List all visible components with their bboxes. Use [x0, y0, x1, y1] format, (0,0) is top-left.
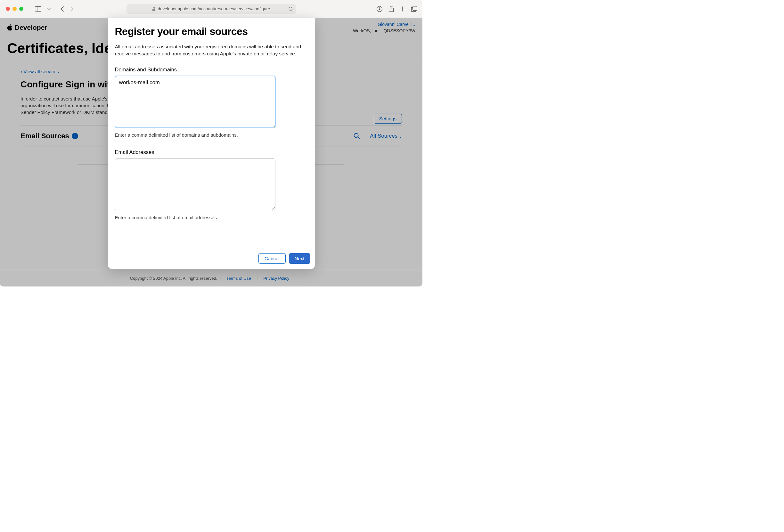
domains-hint: Enter a comma delimited list of domains … — [115, 132, 308, 138]
copyright-text: Copyright © 2024 Apple Inc. All rights r… — [130, 276, 218, 281]
reload-icon — [288, 6, 293, 11]
brand-text: Developer — [15, 24, 48, 31]
search-icon — [353, 132, 360, 140]
modal-description: All email addresses associated with your… — [115, 43, 308, 58]
register-email-sources-modal: Register your email sources All email ad… — [108, 18, 315, 269]
forward-button[interactable] — [70, 6, 74, 12]
svg-rect-2 — [152, 9, 155, 11]
cancel-button[interactable]: Cancel — [258, 253, 286, 264]
account-info: Giovanni Carvelli ⌄ WorkOS, Inc. - QDSES… — [353, 22, 415, 33]
email-sources-heading: Email Sources — [21, 132, 78, 140]
url-text: developer.apple.com/account/resources/se… — [158, 6, 270, 11]
account-org-text: WorkOS, Inc. - QDSESQPY3W — [353, 28, 415, 33]
plus-icon — [400, 6, 405, 12]
share-button[interactable] — [389, 5, 394, 12]
next-button[interactable]: Next — [289, 253, 310, 264]
tabs-icon — [411, 6, 417, 12]
filter-dropdown[interactable]: All Sources ⌄ — [370, 133, 402, 139]
downloads-button[interactable] — [376, 6, 383, 12]
reload-button[interactable] — [288, 6, 293, 11]
page-content: Developer Giovanni Carvelli ⌄ WorkOS, In… — [0, 18, 422, 287]
emails-label: Email Addresses — [115, 149, 308, 155]
emails-textarea[interactable] — [115, 158, 275, 210]
tab-overview-button[interactable] — [411, 6, 417, 12]
new-tab-button[interactable] — [400, 6, 405, 12]
address-bar[interactable]: developer.apple.com/account/resources/se… — [127, 4, 296, 14]
terms-link[interactable]: Terms of Use — [226, 276, 251, 281]
add-email-source-button[interactable] — [72, 133, 78, 139]
back-button[interactable] — [60, 6, 64, 12]
download-icon — [376, 6, 383, 12]
sidebar-icon — [35, 6, 41, 11]
domains-textarea[interactable] — [115, 76, 275, 128]
modal-title: Register your email sources — [115, 26, 308, 37]
chevron-down-icon — [48, 8, 51, 10]
chevron-down-icon: ⌄ — [399, 135, 402, 138]
zoom-window-button[interactable] — [19, 7, 23, 11]
svg-line-6 — [358, 137, 360, 139]
browser-toolbar: developer.apple.com/account/resources/se… — [0, 0, 422, 18]
apple-icon — [7, 24, 13, 31]
settings-button[interactable]: Settings — [374, 114, 402, 123]
apple-developer-logo[interactable]: Developer — [7, 24, 48, 31]
svg-rect-0 — [35, 6, 41, 11]
share-icon — [389, 5, 394, 12]
emails-hint: Enter a comma delimited list of email ad… — [115, 215, 308, 220]
sidebar-menu-button[interactable] — [45, 4, 54, 13]
sidebar-toggle-button[interactable] — [34, 4, 43, 13]
svg-rect-4 — [413, 6, 417, 10]
chevron-left-icon: ‹ — [21, 69, 22, 74]
footer: Copyright © 2024 Apple Inc. All rights r… — [0, 270, 422, 287]
account-name-dropdown[interactable]: Giovanni Carvelli ⌄ — [353, 22, 415, 27]
privacy-link[interactable]: Privacy Policy — [263, 276, 289, 281]
window-controls — [6, 7, 23, 11]
close-window-button[interactable] — [6, 7, 10, 11]
minimize-window-button[interactable] — [12, 7, 17, 11]
chevron-down-icon: ⌄ — [413, 23, 415, 27]
chevron-left-icon — [60, 6, 64, 12]
modal-footer: Cancel Next — [108, 248, 315, 269]
search-button[interactable] — [353, 132, 360, 140]
chevron-right-icon — [70, 6, 74, 12]
domains-label: Domains and Subdomains — [115, 66, 308, 73]
lock-icon — [152, 7, 156, 11]
plus-icon — [73, 134, 77, 138]
